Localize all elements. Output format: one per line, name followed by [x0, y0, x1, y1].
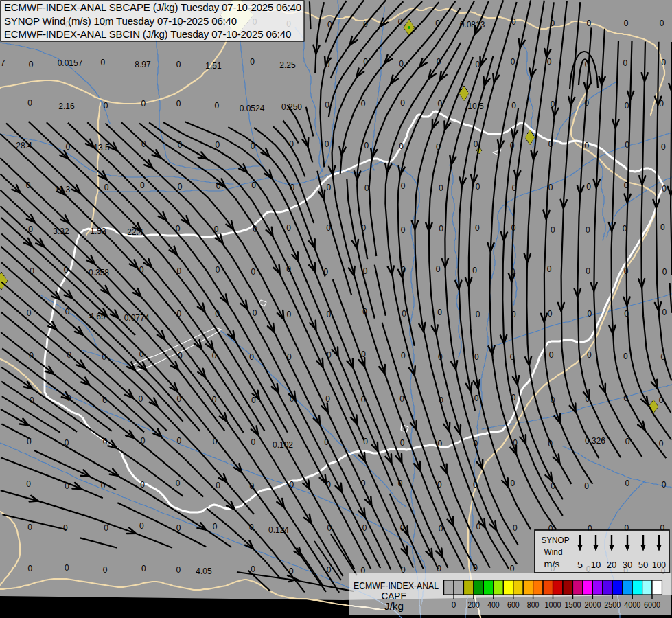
svg-text:0: 0 [584, 141, 589, 150]
svg-text:0: 0 [588, 309, 592, 319]
svg-text:0: 0 [216, 265, 220, 275]
svg-text:5: 5 [577, 560, 583, 570]
svg-text:4000: 4000 [624, 600, 640, 610]
svg-text:0: 0 [30, 266, 34, 276]
svg-text:0: 0 [325, 139, 329, 149]
svg-text:0: 0 [401, 225, 406, 235]
svg-text:0: 0 [361, 395, 366, 404]
svg-text:0: 0 [511, 101, 516, 111]
svg-text:0: 0 [439, 524, 443, 534]
svg-text:2.25: 2.25 [279, 60, 296, 70]
svg-text:0: 0 [327, 350, 332, 360]
svg-text:0.0813: 0.0813 [460, 20, 485, 30]
svg-text:0: 0 [327, 523, 332, 533]
svg-text:0: 0 [439, 396, 443, 405]
svg-text:0: 0 [251, 437, 255, 447]
svg-text:0: 0 [104, 523, 108, 533]
svg-text:0: 0 [103, 565, 108, 575]
svg-text:0: 0 [399, 59, 404, 69]
svg-text:0: 0 [325, 60, 330, 69]
svg-text:0: 0 [438, 352, 443, 362]
svg-text:0: 0 [177, 436, 182, 446]
svg-text:0: 0 [625, 479, 630, 488]
svg-text:0: 0 [624, 181, 629, 190]
svg-text:0: 0 [512, 183, 517, 193]
svg-text:0: 0 [624, 309, 629, 319]
svg-text:3.32: 3.32 [53, 227, 69, 236]
svg-text:0: 0 [140, 480, 145, 490]
svg-text:0: 0 [250, 57, 255, 67]
svg-text:0: 0 [251, 141, 255, 151]
svg-text:0: 0 [511, 267, 515, 277]
svg-text:0: 0 [327, 310, 332, 319]
svg-text:0: 0 [475, 223, 480, 233]
svg-text:0: 0 [400, 98, 405, 108]
svg-text:7: 7 [1, 58, 5, 68]
svg-text:0: 0 [178, 140, 183, 150]
svg-text:0: 0 [402, 309, 406, 319]
svg-text:0: 0 [662, 480, 667, 490]
svg-text:0: 0 [473, 439, 478, 448]
svg-text:0: 0 [176, 523, 181, 533]
svg-text:0: 0 [325, 100, 329, 110]
svg-text:0: 0 [585, 60, 590, 69]
svg-text:0: 0 [290, 480, 294, 490]
svg-text:20: 20 [607, 560, 617, 570]
svg-text:0.0157: 0.0157 [58, 58, 83, 68]
svg-text:0: 0 [325, 394, 330, 404]
svg-text:0: 0 [213, 437, 218, 446]
svg-text:0: 0 [401, 351, 406, 360]
svg-text:0: 0 [513, 523, 518, 533]
svg-text:0: 0 [548, 439, 553, 448]
svg-text:0: 0 [27, 437, 32, 446]
svg-text:0: 0 [551, 19, 555, 28]
svg-text:0: 0 [327, 565, 332, 575]
svg-text:0: 0 [437, 564, 441, 573]
svg-text:0: 0 [63, 523, 68, 533]
svg-text:0: 0 [289, 566, 294, 576]
svg-text:0: 0 [511, 17, 516, 27]
svg-text:13.5: 13.5 [93, 143, 110, 152]
svg-text:2500: 2500 [604, 600, 621, 610]
svg-text:1500: 1500 [565, 600, 581, 610]
svg-text:0: 0 [178, 351, 183, 360]
svg-text:0: 0 [214, 225, 219, 234]
svg-text:0: 0 [139, 521, 144, 531]
svg-text:0: 0 [551, 481, 555, 491]
svg-text:0: 0 [584, 481, 589, 491]
svg-text:0: 0 [101, 481, 106, 490]
svg-text:0: 0 [623, 224, 627, 233]
svg-text:0: 0 [102, 352, 106, 362]
svg-text:0: 0 [587, 350, 592, 360]
svg-text:0: 0 [660, 19, 664, 28]
svg-text:0: 0 [326, 183, 331, 192]
svg-text:0: 0 [287, 352, 292, 362]
svg-text:0: 0 [437, 480, 442, 490]
svg-text:0: 0 [510, 479, 515, 488]
svg-text:4.69: 4.69 [89, 312, 106, 321]
svg-text:0: 0 [662, 184, 667, 194]
svg-text:0: 0 [437, 57, 441, 67]
svg-text:0: 0 [139, 350, 144, 359]
svg-text:0: 0 [400, 523, 405, 533]
svg-text:0: 0 [177, 309, 182, 319]
svg-text:0: 0 [176, 565, 181, 575]
svg-text:30: 30 [623, 560, 633, 570]
svg-text:0: 0 [138, 394, 143, 404]
svg-text:0: 0 [100, 58, 105, 67]
svg-text:0: 0 [472, 266, 477, 275]
svg-text:0: 0 [437, 308, 442, 317]
svg-text:0: 0 [399, 141, 404, 151]
svg-text:0: 0 [438, 439, 443, 448]
svg-text:0: 0 [67, 350, 71, 360]
svg-text:0: 0 [65, 481, 69, 491]
svg-text:0: 0 [362, 523, 367, 533]
svg-text:0: 0 [212, 351, 217, 360]
svg-text:0: 0 [28, 225, 33, 234]
svg-text:0: 0 [511, 57, 515, 67]
svg-text:0: 0 [662, 308, 667, 317]
svg-text:0: 0 [548, 139, 553, 149]
svg-text:400: 400 [487, 600, 500, 610]
svg-text:0: 0 [176, 266, 181, 276]
svg-text:0: 0 [251, 564, 255, 574]
